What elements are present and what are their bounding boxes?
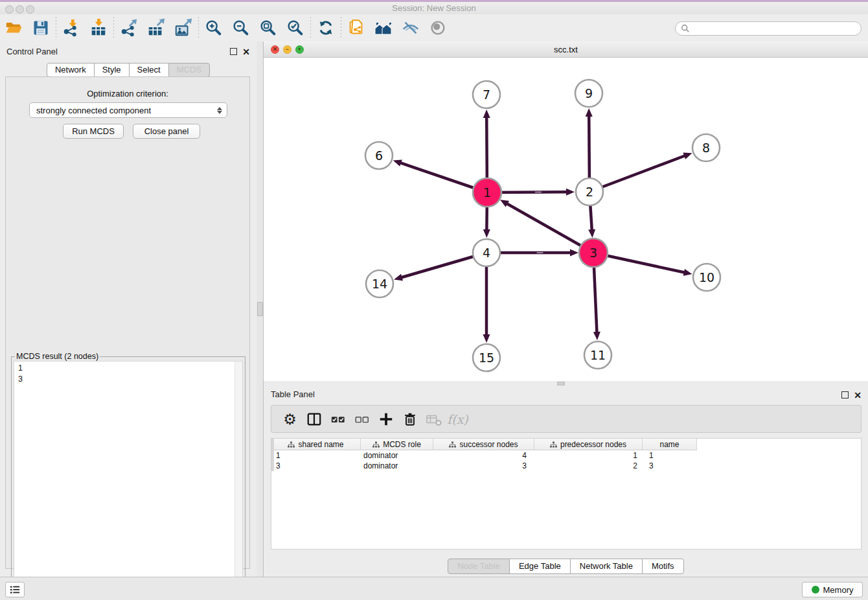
tab-mcds[interactable]: MCDS (168, 63, 210, 77)
hide-selected-icon[interactable] (397, 16, 424, 40)
edge-arrowhead (683, 269, 692, 276)
graph-node-1[interactable]: 1 (473, 178, 501, 207)
table-settings-icon[interactable]: ⚙ (278, 408, 302, 431)
table-panel-tabs: Node TableEdge TableNetwork TableMotifs (264, 559, 868, 574)
table-row[interactable]: 1dominator411 (271, 450, 861, 461)
column-header-name[interactable]: name (643, 439, 697, 450)
toolbar-separator (56, 17, 56, 39)
graph-node-10[interactable]: 10 (693, 264, 720, 291)
criterion-select[interactable]: strongly connected component (29, 102, 227, 118)
splitter-handle[interactable] (257, 302, 263, 316)
graph-edge-2-8[interactable] (589, 156, 685, 192)
edge-arrowhead (566, 189, 575, 196)
tab-network[interactable]: Network (47, 63, 95, 77)
first-neighbors-icon[interactable] (370, 16, 397, 40)
graph-node-7[interactable]: 7 (473, 81, 500, 108)
column-header-shared-name[interactable]: shared name (271, 439, 361, 450)
save-session-icon[interactable] (27, 16, 54, 40)
node-label: 4 (483, 246, 490, 260)
tab-network-table[interactable]: Network Table (570, 559, 643, 574)
zoom-out-icon[interactable] (227, 16, 255, 40)
export-network-icon[interactable] (115, 16, 143, 40)
column-header-label: predecessor nodes (560, 440, 626, 449)
graph-node-9[interactable]: 9 (575, 80, 602, 107)
tab-node-table[interactable]: Node Table (448, 559, 510, 574)
delete-row-icon[interactable] (398, 408, 422, 431)
zoom-selected-icon[interactable] (282, 16, 309, 40)
toolbar-separator (341, 17, 341, 39)
column-header-predecessor-nodes[interactable]: predecessor nodes (534, 439, 643, 450)
tab-style[interactable]: Style (94, 63, 130, 77)
zoom-in-icon[interactable] (200, 16, 227, 40)
graph-node-14[interactable]: 14 (366, 270, 393, 297)
task-history-button[interactable] (5, 582, 25, 597)
tab-edge-table[interactable]: Edge Table (509, 559, 571, 574)
horizontal-splitter[interactable] (264, 381, 868, 386)
window-titlebar: Session: New Session (0, 0, 868, 15)
hierarchy-icon (372, 441, 380, 448)
tab-motifs[interactable]: Motifs (642, 559, 684, 574)
column-header-MCDS-role[interactable]: MCDS role (361, 439, 433, 450)
refresh-view-icon[interactable] (312, 16, 339, 40)
node-label: 14 (372, 277, 387, 291)
select-all-icon[interactable] (326, 408, 350, 431)
table-cell: 3 (643, 461, 697, 471)
result-scrollbar[interactable] (234, 362, 242, 592)
mcds-result-area[interactable]: 1 3 (14, 361, 243, 593)
control-panel-tabs: NetworkStyleSelectMCDS (0, 63, 257, 77)
node-label: 10 (699, 270, 714, 284)
network-graph-canvas[interactable]: 7968124314101511 (264, 58, 868, 381)
hierarchy-icon (288, 441, 295, 448)
search-box[interactable] (675, 21, 862, 36)
import-table-icon[interactable] (85, 16, 112, 40)
columns-icon[interactable] (302, 408, 326, 431)
add-row-icon[interactable] (374, 408, 398, 431)
graph-node-15[interactable]: 15 (473, 344, 500, 371)
run-mcds-button[interactable]: Run MCDS (63, 124, 124, 139)
node-label: 9 (585, 86, 593, 100)
optimization-criterion-label: Optimization criterion: (6, 89, 249, 98)
graph-node-3[interactable]: 3 (579, 238, 608, 267)
export-table-icon[interactable] (143, 16, 170, 40)
table-cell: 1 (534, 450, 643, 461)
search-input[interactable] (692, 23, 861, 34)
network-title: scc.txt (264, 45, 868, 54)
close-panel-button[interactable]: Close panel (133, 124, 200, 139)
node-label: 2 (586, 185, 593, 199)
vertical-splitter[interactable] (257, 41, 264, 577)
toolbar-separator (113, 17, 114, 39)
hierarchy-icon (550, 441, 557, 448)
export-image-icon[interactable] (170, 16, 197, 40)
close-panel-icon[interactable]: ✕ (242, 48, 250, 56)
control-panel-title: Control Panel (6, 47, 58, 56)
float-panel-icon[interactable] (841, 391, 849, 398)
zoom-fit-icon[interactable] (255, 16, 282, 40)
graph-node-4[interactable]: 4 (473, 239, 500, 266)
hierarchy-icon (449, 441, 456, 448)
edge-arrowhead (393, 159, 402, 166)
import-network-icon[interactable] (58, 16, 85, 40)
table-cell: 3 (271, 461, 361, 471)
tab-select[interactable]: Select (129, 63, 169, 77)
memory-status-dot (812, 586, 819, 594)
edge-arrowhead (483, 110, 490, 118)
memory-button[interactable]: Memory (802, 582, 863, 597)
search-icon (681, 24, 690, 33)
open-session-icon[interactable] (0, 16, 27, 40)
graph-node-11[interactable]: 11 (584, 341, 611, 369)
column-header-successor-nodes[interactable]: successor nodes (433, 439, 534, 450)
graph-node-2[interactable]: 2 (576, 178, 603, 205)
deselect-all-icon[interactable] (350, 408, 374, 431)
table-row[interactable]: 3dominator323 (271, 461, 861, 471)
delete-table-icon (422, 408, 446, 431)
new-network-from-file-icon[interactable] (343, 16, 370, 40)
node-table[interactable]: shared nameMCDS rolesuccessor nodesprede… (271, 438, 862, 549)
node-label: 6 (375, 148, 383, 163)
graph-node-6[interactable]: 6 (365, 142, 393, 169)
show-all-icon[interactable] (424, 16, 451, 40)
graph-node-8[interactable]: 8 (692, 134, 720, 161)
close-panel-icon[interactable]: ✕ (854, 391, 862, 399)
splitter-handle[interactable] (557, 382, 565, 386)
float-panel-icon[interactable] (230, 48, 237, 55)
status-bar: Memory (0, 577, 868, 600)
